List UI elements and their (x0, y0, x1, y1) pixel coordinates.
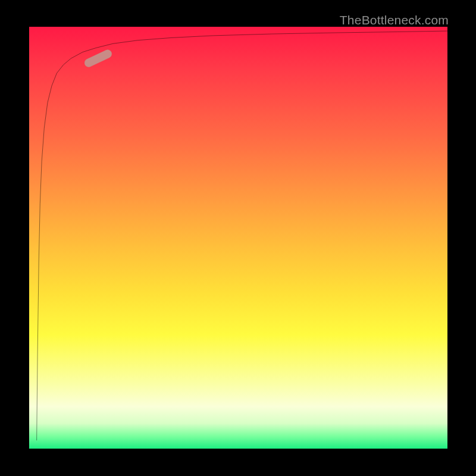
chart-stage: TheBottleneck.com (0, 0, 476, 476)
watermark-text: TheBottleneck.com (340, 13, 449, 27)
curve-layer (29, 27, 447, 449)
plot-area (29, 27, 447, 449)
marker-highlight (83, 48, 114, 68)
marker-capsule (83, 48, 114, 68)
curve-path (37, 31, 447, 440)
